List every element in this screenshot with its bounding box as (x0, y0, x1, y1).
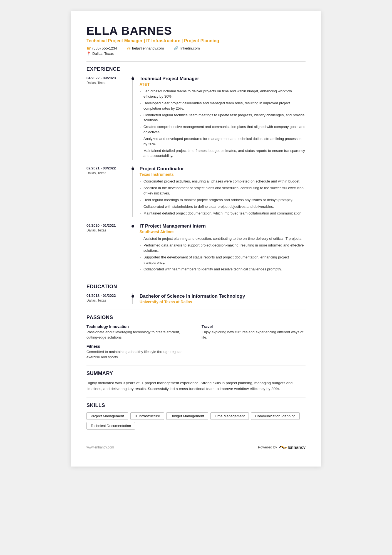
experience-item-3: 06/2020 - 01/2021 Dallas, Texas IT Proje… (86, 223, 306, 273)
skill-tag-2: Budget Management (166, 412, 208, 420)
edu-left-1: 01/2018 - 01/2022 Dallas, Texas (86, 293, 132, 304)
exp-job-title-3: IT Project Management Intern (140, 223, 306, 229)
edu-degree-1: Bachelor of Science in Information Techn… (140, 293, 306, 299)
bullet: Maintained detailed project time frames,… (140, 148, 306, 159)
email-address: help@enhancv.com (132, 46, 164, 50)
skill-tag-4: Communication Planning (251, 412, 300, 420)
bullet: Analyzed and developed procedures for ma… (140, 136, 306, 147)
experience-section: EXPERIENCE 04/2022 - 09/2023 Dallas, Tex… (86, 66, 306, 273)
exp-company-3: Southwest Airlines (140, 230, 306, 234)
experience-section-title: EXPERIENCE (86, 66, 306, 72)
passion-item-2: Travel Enjoy exploring new cultures and … (202, 324, 306, 340)
skill-tag-5: Technical Documentation (86, 422, 135, 430)
education-divider (86, 279, 306, 279)
location-row: 📍 Dallas, Texas (86, 51, 306, 56)
enhancv-logo: Enhancv (279, 445, 306, 450)
candidate-name: ELLA BARNES (86, 24, 306, 37)
education-section-title: EDUCATION (86, 284, 306, 290)
summary-section-title: SUMMARY (86, 371, 306, 376)
contact-row: ☎ (555) 555-1234 @ help@enhancv.com 🔗 li… (86, 46, 306, 50)
bullet: Supported the development of status repo… (140, 255, 306, 265)
exp-right-3: IT Project Management Intern Southwest A… (132, 223, 306, 273)
linkedin-url: linkedin.com (180, 46, 200, 50)
edu-location-1: Dallas, Texas (86, 299, 130, 302)
exp-company-1: AT&T (140, 82, 306, 87)
bullet: Assisted in project planning and executi… (140, 236, 306, 241)
passions-grid: Technology Innovation Passionate about l… (86, 324, 306, 360)
passion-item-1: Technology Innovation Passionate about l… (86, 324, 190, 340)
bullet: Maintained detailed project documentatio… (140, 211, 306, 216)
education-item-1: 01/2018 - 01/2022 Dallas, Texas Bachelor… (86, 293, 306, 304)
exp-job-title-2: Project Coordinator (140, 166, 306, 172)
skills-container: Project Management IT Infrastructure Bud… (86, 412, 306, 430)
exp-right-1: Technical Project Manager AT&T Led cross… (132, 76, 306, 160)
passions-section: PASSIONS Technology Innovation Passionat… (86, 315, 306, 360)
linkedin-icon: 🔗 (174, 46, 178, 50)
passion-desc-2: Enjoy exploring new cultures and experie… (202, 330, 306, 340)
location-text: Dallas, Texas (92, 51, 114, 56)
skill-tag-3: Time Management (210, 412, 249, 420)
exp-bullets-2: Coordinated project activities, ensuring… (140, 179, 306, 216)
linkedin-contact: 🔗 linkedin.com (174, 46, 200, 50)
exp-bullets-3: Assisted in project planning and executi… (140, 236, 306, 272)
summary-text: Highly motivated with 3 years of IT proj… (86, 380, 306, 392)
education-section: EDUCATION 01/2018 - 01/2022 Dallas, Texa… (86, 284, 306, 304)
phone-icon: ☎ (86, 46, 91, 50)
exp-left-1: 04/2022 - 09/2023 Dallas, Texas (86, 76, 132, 160)
summary-divider (86, 366, 306, 366)
footer-powered: Powered by Enhancv (258, 445, 306, 450)
passions-section-title: PASSIONS (86, 315, 306, 320)
enhancv-icon (279, 445, 287, 450)
edu-date-1: 01/2018 - 01/2022 (86, 293, 130, 298)
skills-section: SKILLS Project Management IT Infrastruct… (86, 403, 306, 430)
passions-divider (86, 310, 306, 310)
exp-date-1: 04/2022 - 09/2023 (86, 76, 130, 80)
summary-section: SUMMARY Highly motivated with 3 years of… (86, 371, 306, 392)
bullet: Led cross-functional teams to deliver pr… (140, 89, 306, 99)
skill-tag-1: IT Infrastructure (130, 412, 164, 420)
bullet: Collaborated with team members to identi… (140, 267, 306, 272)
exp-left-2: 02/2021 - 03/2022 Dallas, Texas (86, 166, 132, 217)
skills-divider (86, 398, 306, 398)
passion-item-3: Fitness Committed to maintaining a healt… (86, 344, 190, 360)
passion-desc-1: Passionate about leveraging technology t… (86, 330, 190, 340)
experience-item-2: 02/2021 - 03/2022 Dallas, Texas Project … (86, 166, 306, 217)
skills-section-title: SKILLS (86, 403, 306, 408)
email-contact: @ help@enhancv.com (127, 46, 164, 50)
exp-date-3: 06/2020 - 01/2021 (86, 223, 130, 228)
exp-bullets-1: Led cross-functional teams to deliver pr… (140, 89, 306, 159)
location-icon: 📍 (86, 51, 91, 56)
exp-company-2: Texas Instruments (140, 172, 306, 177)
footer: www.enhancv.com Powered by Enhancv (86, 441, 306, 450)
enhancv-brand-name: Enhancv (288, 445, 306, 450)
phone-contact: ☎ (555) 555-1234 (86, 46, 117, 50)
resume-container: ELLA BARNES Technical Project Manager | … (71, 11, 321, 467)
exp-right-2: Project Coordinator Texas Instruments Co… (132, 166, 306, 217)
bullet: Performed data analysis to support proje… (140, 243, 306, 253)
header: ELLA BARNES Technical Project Manager | … (86, 24, 306, 56)
exp-left-3: 06/2020 - 01/2021 Dallas, Texas (86, 223, 132, 273)
candidate-title: Technical Project Manager | IT Infrastru… (86, 38, 306, 43)
bullet: Created comprehensive management and com… (140, 124, 306, 135)
bullet: Conducted regular technical team meeting… (140, 113, 306, 123)
bullet: Collaborated with stakeholders to define… (140, 204, 306, 209)
exp-location-2: Dallas, Texas (86, 171, 130, 175)
experience-item-1: 04/2022 - 09/2023 Dallas, Texas Technica… (86, 76, 306, 160)
header-divider (86, 61, 306, 62)
passion-desc-3: Committed to maintaining a healthy lifes… (86, 349, 190, 360)
exp-location-3: Dallas, Texas (86, 228, 130, 232)
phone-number: (555) 555-1234 (92, 46, 117, 50)
email-icon: @ (127, 46, 131, 50)
bullet: Coordinated project activities, ensuring… (140, 179, 306, 184)
footer-website: www.enhancv.com (86, 445, 114, 449)
bullet: Held regular meetings to monitor project… (140, 198, 306, 203)
edu-right-1: Bachelor of Science in Information Techn… (132, 293, 306, 304)
powered-by-label: Powered by (258, 445, 277, 449)
exp-date-2: 02/2021 - 03/2022 (86, 166, 130, 170)
passion-name-2: Travel (202, 324, 306, 329)
skill-tag-0: Project Management (86, 412, 128, 420)
edu-school-1: University of Texas at Dallas (140, 300, 306, 304)
exp-location-1: Dallas, Texas (86, 81, 130, 85)
exp-job-title-1: Technical Project Manager (140, 76, 306, 82)
bullet: Developed clear project deliverables and… (140, 101, 306, 111)
